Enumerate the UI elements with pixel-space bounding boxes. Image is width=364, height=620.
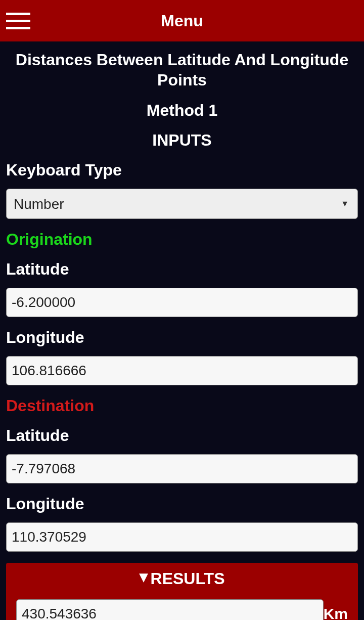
menu-icon[interactable] — [6, 11, 30, 31]
inputs-heading: INPUTS — [6, 131, 358, 150]
result-value-input[interactable] — [16, 599, 324, 620]
destination-lat-input[interactable] — [6, 454, 358, 483]
content-area: Distances Between Latitude And Longitude… — [0, 41, 364, 620]
menu-title: Menu — [161, 12, 203, 30]
origination-heading: Origination — [6, 230, 358, 249]
method-label: Method 1 — [6, 101, 358, 120]
page-title: Distances Between Latitude And Longitude… — [6, 50, 358, 90]
origination-lat-label: Latitude — [6, 260, 358, 279]
keyboard-type-select[interactable]: Number — [6, 189, 358, 219]
results-header-text: RESULTS — [151, 569, 225, 588]
destination-heading: Destination — [6, 396, 358, 415]
results-body: Km — [6, 594, 358, 620]
results-panel: ▾RESULTS Km — [6, 563, 358, 620]
origination-lat-input[interactable] — [6, 288, 358, 317]
origination-lon-label: Longitude — [6, 328, 358, 347]
caret-down-icon: ▾ — [140, 567, 148, 586]
destination-lon-input[interactable] — [6, 522, 358, 552]
keyboard-type-select-wrap: Number — [6, 189, 358, 219]
app-header: Menu — [0, 0, 364, 41]
result-unit-label: Km — [324, 605, 348, 620]
destination-lon-label: Longitude — [6, 495, 358, 513]
results-header[interactable]: ▾RESULTS — [6, 563, 358, 594]
keyboard-type-label: Keyboard Type — [6, 161, 358, 180]
destination-lat-label: Latitude — [6, 426, 358, 445]
origination-lon-input[interactable] — [6, 356, 358, 385]
